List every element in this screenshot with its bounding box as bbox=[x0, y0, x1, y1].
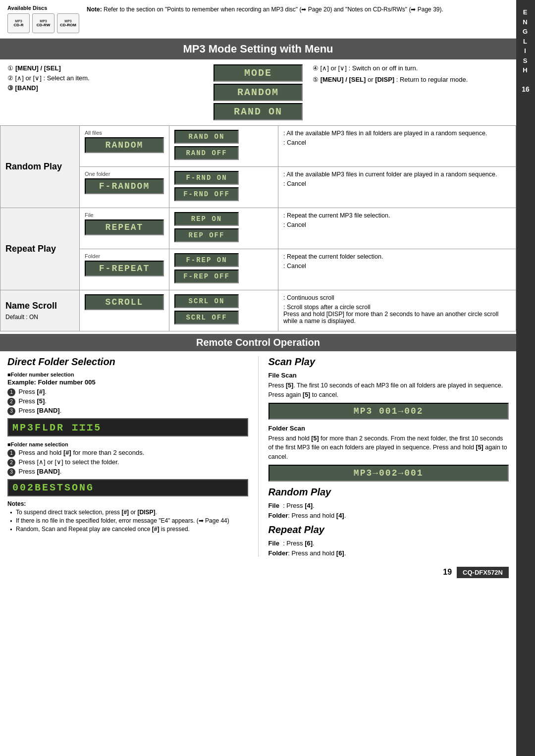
rep-on-desc: : Repeat the current MP3 file selection. bbox=[283, 212, 511, 219]
lcd-mode: MODE bbox=[214, 64, 303, 82]
lcd-rand-on: RAND ON bbox=[214, 103, 303, 120]
rand-off-desc: : Cancel bbox=[283, 139, 511, 146]
scroll-display: SCROLL bbox=[80, 290, 169, 331]
frnd-off-option: F-RND OFF bbox=[174, 187, 273, 201]
file-label: File bbox=[85, 212, 164, 218]
lcd-random: RANDOM bbox=[214, 84, 303, 101]
frnd-on-option: F-RND ON bbox=[174, 171, 273, 185]
frep-off-option: F-REP OFF bbox=[174, 270, 273, 283]
lcd-rand-off-opt: RAND OFF bbox=[174, 146, 239, 160]
file-scan-section: File Scan Press [5]. The first 10 second… bbox=[268, 372, 509, 420]
rep-off-option: REP OFF bbox=[174, 228, 273, 242]
lcd-bestsong-display: 002BESTSONG bbox=[7, 479, 248, 496]
frep-on-option: F-REP ON bbox=[174, 253, 273, 267]
lcd-fldr-display: MP3FLDR ⌶⌶⌶5 bbox=[7, 418, 248, 436]
step-3-text: ③ [BAND] bbox=[7, 84, 38, 92]
lcd-rand-on-opt: RAND ON bbox=[174, 130, 239, 144]
frnd-on-desc: : All the available MP3 files in current… bbox=[283, 171, 511, 178]
folder-name-step-3: 3 Press [BAND]. bbox=[7, 468, 248, 476]
notes-title: Notes: bbox=[7, 500, 248, 507]
folder-example: Example: Folder number 005 bbox=[7, 378, 248, 386]
table-row-scroll: Name Scroll Default : ON SCROLL SCRL ON … bbox=[0, 290, 516, 331]
note-3: Random, Scan and Repeat play are cancele… bbox=[10, 526, 248, 533]
notes-list: To suspend direct track selection, press… bbox=[7, 509, 248, 533]
random-one-folder-display: One folder F-RANDOM bbox=[80, 167, 169, 208]
right-sections: Scan Play File Scan Press [5]. The first… bbox=[259, 356, 509, 557]
main-content: Available Discs MP3 CD-R MP3 CD-RW MP3 C… bbox=[0, 0, 516, 581]
scrl-on-desc: : Continuous scroll bbox=[283, 294, 511, 301]
repeat-file-desc: : Repeat the current MP3 file selection.… bbox=[278, 208, 516, 249]
lang-i: I bbox=[524, 46, 527, 56]
random-play-file: File : Press [4]. bbox=[268, 502, 509, 509]
scroll-options: SCRL ON SCRL OFF bbox=[169, 290, 278, 331]
lcd-frepeat: F-REPEAT bbox=[85, 261, 164, 276]
rep-off-desc: : Cancel bbox=[283, 221, 511, 228]
folder-scan-title: Folder Scan bbox=[268, 425, 509, 432]
step-1: ① [MENU] / [SEL] bbox=[7, 64, 204, 72]
name-scroll-heading: Name Scroll bbox=[5, 301, 74, 311]
folder-scan-text: Press and hold [5] for more than 2 secon… bbox=[268, 434, 509, 462]
mode-steps-left: ① [MENU] / [SEL] ② [∧] or [∨] : Select a… bbox=[7, 64, 204, 120]
disc-icons-container: MP3 CD-R MP3 CD-RW MP3 CD-ROM bbox=[7, 13, 79, 33]
disc-cdrom: MP3 CD-ROM bbox=[57, 13, 79, 33]
scan-play-title: Scan Play bbox=[268, 356, 509, 368]
right-sidebar: E N G L I S H 16 bbox=[516, 0, 535, 756]
random-all-files-desc: : All the available MP3 files in all fol… bbox=[278, 126, 516, 167]
mode-section: ① [MENU] / [SEL] ② [∧] or [∨] : Select a… bbox=[0, 59, 516, 125]
lang-e: E bbox=[523, 7, 529, 17]
repeat-file-options: REP ON REP OFF bbox=[169, 208, 278, 249]
lcd-scroll: SCROLL bbox=[85, 294, 164, 310]
note-bold: Note: bbox=[87, 6, 102, 13]
name-scroll-label: Name Scroll Default : ON bbox=[0, 290, 80, 331]
random-all-files-display: All files RANDOM bbox=[80, 126, 169, 167]
lcd-frep-on: F-REP ON bbox=[174, 253, 239, 267]
lcd-frnd-on: F-RND ON bbox=[174, 171, 239, 185]
model-badge: CQ-DFX572N bbox=[457, 567, 509, 578]
repeat-play-folder: Folder: Press and hold [6]. bbox=[268, 549, 509, 557]
lang-h: H bbox=[523, 65, 528, 75]
folder-num-step-2: 2 Press [5]. bbox=[7, 397, 248, 406]
random-folder-desc: : All the available MP3 files in current… bbox=[278, 167, 516, 208]
folder-name-steps: 1 Press and hold [#] for more than 2 sec… bbox=[7, 449, 248, 476]
settings-table: Random Play All files RANDOM RAND ON RAN… bbox=[0, 125, 516, 331]
lcd-repeat: REPEAT bbox=[85, 219, 164, 235]
header-note: Note: Refer to the section on "Points to… bbox=[87, 5, 443, 14]
one-folder-label: One folder bbox=[85, 171, 164, 177]
disc-cdr: MP3 CD-R bbox=[7, 13, 30, 33]
lang-g: G bbox=[523, 27, 529, 37]
footer: 19 CQ-DFX572N bbox=[0, 564, 516, 581]
rand-on-desc: : All the available MP3 files in all fol… bbox=[283, 130, 511, 137]
direct-folder-section: Direct Folder Selection ■Folder number s… bbox=[7, 356, 259, 557]
repeat-play-file: File : Press [6]. bbox=[268, 540, 509, 547]
sidebar-page-number: 16 bbox=[522, 85, 530, 93]
note-content: Refer to the section on "Points to remem… bbox=[104, 6, 443, 13]
folder-num-step-3: 3 Press [BAND]. bbox=[7, 407, 248, 415]
folder-name-step-2: 2 Press [∧] or [∨] to select the folder. bbox=[7, 458, 248, 467]
repeat-play-remote-title: Repeat Play bbox=[268, 524, 509, 536]
available-discs-label: Available Discs bbox=[7, 5, 47, 11]
lang-n: N bbox=[523, 17, 528, 27]
step-2: ② [∧] or [∨] : Select an item. bbox=[7, 74, 204, 82]
repeat-folder-desc: : Repeat the current folder selection. :… bbox=[278, 249, 516, 290]
scrl-off-desc: : Scroll stops after a circle scrollPres… bbox=[283, 304, 511, 324]
table-row-repeat: Repeat Play File REPEAT REP ON REP OFF :… bbox=[0, 208, 516, 249]
table-row-random: Random Play All files RANDOM RAND ON RAN… bbox=[0, 126, 516, 167]
lcd-file-scan: MP3 001→002 bbox=[268, 403, 509, 420]
folder-num-step-1: 1 Press [#]. bbox=[7, 388, 248, 396]
folder-name-label: ■Folder name selection bbox=[7, 441, 248, 447]
all-files-label: All files bbox=[85, 130, 164, 136]
mode-lcd-displays: MODE RANDOM RAND ON bbox=[214, 64, 303, 120]
random-folder-options: F-RND ON F-RND OFF bbox=[169, 167, 278, 208]
frep-on-desc: : Repeat the current folder selection. bbox=[283, 253, 511, 260]
folder-label: Folder bbox=[85, 253, 164, 259]
step-5-text: ⑤ [MENU] / [SEL] or [DISP] : Return to r… bbox=[313, 76, 468, 83]
rand-on-option: RAND ON bbox=[174, 130, 273, 144]
frnd-off-desc: : Cancel bbox=[283, 180, 511, 187]
folder-number-steps: 1 Press [#]. 2 Press [5]. 3 Press [BAND]… bbox=[7, 388, 248, 415]
lcd-rep-on: REP ON bbox=[174, 212, 239, 226]
scrl-off-option: SCRL OFF bbox=[174, 311, 273, 324]
scroll-desc: : Continuous scroll : Scroll stops after… bbox=[278, 290, 516, 331]
lcd-frnd-off: F-RND OFF bbox=[174, 187, 239, 201]
random-play-heading: Random Play bbox=[5, 162, 74, 172]
repeat-folder-options: F-REP ON F-REP OFF bbox=[169, 249, 278, 290]
